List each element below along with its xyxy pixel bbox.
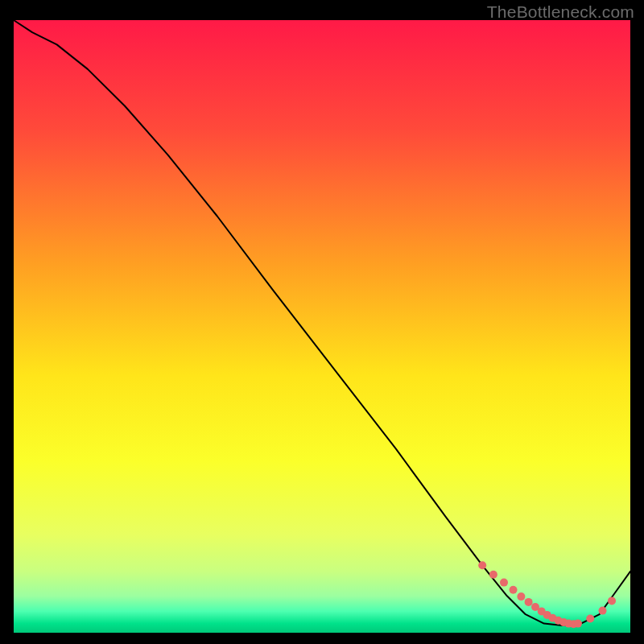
highlight-dot [608,597,616,605]
watermark-label: TheBottleneck.com [487,2,634,22]
highlight-dot [500,579,508,587]
bottleneck-chart [0,0,644,644]
highlight-dot [517,592,525,601]
highlight-dot [489,571,497,579]
highlight-dot [478,561,486,569]
highlight-dot [586,615,594,623]
highlight-dot [574,620,582,628]
chart-container: TheBottleneck.com [0,0,644,644]
highlight-dot [510,586,518,594]
highlight-dot [525,598,533,606]
highlight-dot [599,607,607,615]
gradient-background [14,20,630,633]
